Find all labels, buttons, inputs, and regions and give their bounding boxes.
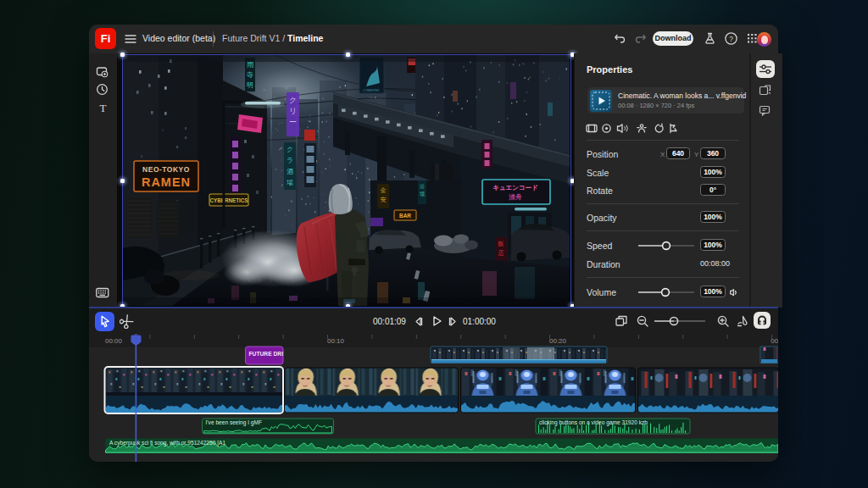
svg-text:00:00: 00:00 <box>105 337 123 345</box>
svg-text:00:10: 00:10 <box>327 337 345 345</box>
svg-text:00:3: 00:3 <box>771 337 778 345</box>
svg-text:?: ? <box>729 35 733 43</box>
svg-text:I've been seeing I gMF: I've been seeing I gMF <box>206 419 263 426</box>
svg-text:A cyberpunk sci fi song, with: A cyberpunk sci fi song, with or 9512422… <box>109 440 225 446</box>
svg-text:clicking buttons on a video ga: clicking buttons on a video game 31920 k… <box>539 419 648 426</box>
svg-text:00:20: 00:20 <box>549 337 567 345</box>
svg-text:FUTURE DRI: FUTURE DRI <box>249 351 284 357</box>
